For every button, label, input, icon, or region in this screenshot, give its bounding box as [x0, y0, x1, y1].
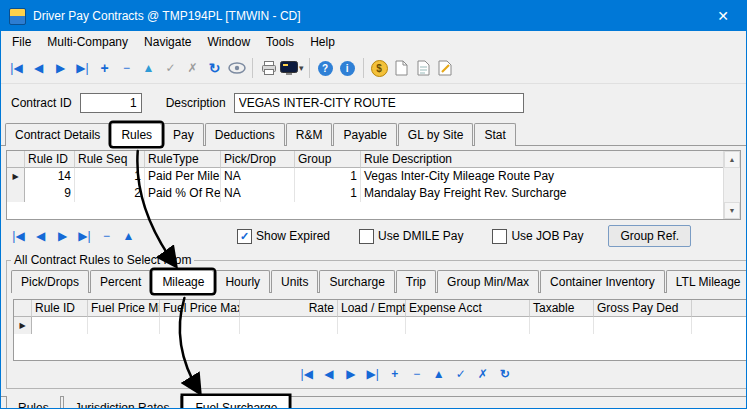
table-row[interactable]: 9 2 Paid % Of Re NA 1 Mandalay Bay Freig…	[7, 185, 724, 202]
select-rules-title: All Contract Rules to Select From	[11, 253, 194, 267]
tab-pick-drops[interactable]: Pick/Drops	[11, 270, 89, 293]
last-record-icon[interactable]: ▶|	[72, 57, 93, 79]
grid-last-button[interactable]: ▶|	[75, 227, 94, 245]
column-header-fuel-price-max[interactable]: Fuel Price Max	[160, 300, 240, 317]
screen-dropdown-icon[interactable]: ▾	[299, 63, 304, 73]
bottom-tab-strip: Rules Jurisdiction Rates Fuel Surcharge	[1, 396, 746, 409]
tab-percent[interactable]: Percent	[90, 270, 151, 293]
column-header-rule-type[interactable]: RuleType	[145, 151, 221, 168]
help-icon[interactable]: ?	[315, 57, 336, 79]
print-icon[interactable]	[258, 57, 279, 79]
menu-file[interactable]: File	[4, 33, 39, 51]
view-icon[interactable]	[226, 57, 247, 79]
edit-icon[interactable]	[435, 57, 456, 79]
select-up-button[interactable]: ▲	[429, 365, 448, 383]
menu-navigate[interactable]: Navigate	[136, 33, 199, 51]
screen-icon[interactable]: ▾	[280, 57, 304, 79]
select-delete-button[interactable]: −	[407, 365, 426, 383]
select-refresh-button[interactable]: ↻	[495, 365, 514, 383]
show-expired-checkbox[interactable]: ✓	[237, 229, 252, 244]
prev-record-icon[interactable]: ◀	[28, 57, 49, 79]
menu-window[interactable]: Window	[199, 33, 258, 51]
group-ref-button[interactable]: Group Ref.	[608, 225, 691, 247]
grid-up-button[interactable]: ▲	[119, 227, 138, 245]
toolbar: |◀ ◀ ▶ ▶| + − ▲ ✓ ✗ ↻ ▾ ? i $	[1, 53, 746, 84]
close-button[interactable]: ✕	[700, 1, 746, 31]
scroll-up-icon[interactable]: ▲	[724, 151, 740, 168]
tab-group-min-max[interactable]: Group Min/Max	[437, 270, 539, 293]
menu-tools[interactable]: Tools	[258, 33, 302, 51]
column-header-rate[interactable]: Rate	[240, 300, 338, 317]
move-up-icon[interactable]: ▲	[138, 57, 159, 79]
menu-help[interactable]: Help	[302, 33, 343, 51]
select-add-button[interactable]: +	[385, 365, 404, 383]
tab-deductions[interactable]: Deductions	[205, 123, 285, 146]
tab-hourly[interactable]: Hourly	[215, 270, 270, 293]
tab-stat[interactable]: Stat	[474, 123, 515, 146]
first-record-icon[interactable]: |◀	[6, 57, 27, 79]
info-icon[interactable]: i	[337, 57, 358, 79]
grid-delete-button[interactable]: −	[97, 227, 116, 245]
tab-rules[interactable]: Rules	[111, 123, 162, 146]
rules-grid-header: Rule ID Rule Seq RuleType Pick/Drop Grou…	[7, 151, 724, 168]
column-header-pick-drop[interactable]: Pick/Drop	[221, 151, 295, 168]
notes-icon[interactable]	[413, 57, 434, 79]
column-header-rule-id[interactable]: Rule ID	[32, 300, 88, 317]
bottom-tab-jurisdiction-rates[interactable]: Jurisdiction Rates	[63, 396, 182, 409]
table-row[interactable]: ▶ 14 1 Paid Per Mile NA 1 Vegas Inter-Ci…	[7, 168, 724, 185]
tab-gl-by-site[interactable]: GL by Site	[398, 123, 474, 146]
tab-units[interactable]: Units	[271, 270, 318, 293]
column-header-load-empt[interactable]: Load / Empt	[338, 300, 406, 317]
contract-id-input[interactable]	[80, 93, 142, 113]
next-record-icon[interactable]: ▶	[50, 57, 71, 79]
select-first-button[interactable]: |◀	[297, 365, 316, 383]
bottom-tab-rules[interactable]: Rules	[6, 396, 61, 409]
row-selector[interactable]: ▶	[7, 168, 25, 185]
tab-container-inventory[interactable]: Container Inventory	[540, 270, 665, 293]
title-bar[interactable]: Driver Pay Contracts @ TMP194PL [TMWIN -…	[1, 1, 746, 31]
use-dmile-pay-checkbox[interactable]	[359, 229, 374, 244]
tab-contract-details[interactable]: Contract Details	[5, 123, 110, 146]
tab-pay[interactable]: Pay	[163, 123, 204, 146]
column-header-rule-seq[interactable]: Rule Seq	[75, 151, 145, 168]
description-input[interactable]	[234, 93, 524, 113]
pay-icon[interactable]: $	[369, 57, 390, 79]
select-cancel-button[interactable]: ✗	[473, 365, 492, 383]
row-selector[interactable]	[7, 185, 25, 202]
grid-first-button[interactable]: |◀	[9, 227, 28, 245]
cancel-icon[interactable]: ✗	[182, 57, 203, 79]
grid-prev-button[interactable]: ◀	[31, 227, 50, 245]
column-header-fuel-price-min[interactable]: Fuel Price Min	[88, 300, 160, 317]
column-header-taxable[interactable]: Taxable	[530, 300, 594, 317]
grid-next-button[interactable]: ▶	[53, 227, 72, 245]
select-next-button[interactable]: ▶	[341, 365, 360, 383]
use-job-pay-checkbox[interactable]	[492, 229, 507, 244]
tab-ltl-mileage[interactable]: LTL Mileage	[666, 270, 747, 293]
column-header-expense-acct[interactable]: Expense Acct	[406, 300, 530, 317]
main-tab-strip: Contract Details Rules Pay Deductions R&…	[1, 120, 746, 146]
tab-rm[interactable]: R&M	[286, 123, 333, 146]
column-header-rule-id[interactable]: Rule ID	[25, 151, 75, 168]
tab-payable[interactable]: Payable	[333, 123, 396, 146]
bottom-tab-fuel-surcharge[interactable]: Fuel Surcharge	[183, 396, 289, 409]
delete-record-icon[interactable]: −	[116, 57, 137, 79]
column-header-rule-description[interactable]: Rule Description	[361, 151, 724, 168]
vertical-scrollbar[interactable]: ▲ ▼	[723, 151, 740, 219]
select-save-button[interactable]: ✓	[451, 365, 470, 383]
tab-trip[interactable]: Trip	[396, 270, 436, 293]
row-selector[interactable]: ▶	[14, 317, 32, 334]
help-glyph: ?	[318, 61, 333, 76]
select-last-button[interactable]: ▶|	[363, 365, 382, 383]
tab-mileage[interactable]: Mileage	[152, 270, 214, 293]
refresh-icon[interactable]: ↻	[204, 57, 225, 79]
menu-multi-company[interactable]: Multi-Company	[39, 33, 136, 51]
scroll-down-icon[interactable]: ▼	[724, 202, 740, 219]
select-prev-button[interactable]: ◀	[319, 365, 338, 383]
column-header-gross-pay-ded[interactable]: Gross Pay Ded	[594, 300, 692, 317]
tab-surcharge[interactable]: Surcharge	[319, 270, 394, 293]
table-row[interactable]: ▶	[14, 317, 747, 334]
save-icon[interactable]: ✓	[160, 57, 181, 79]
document-icon[interactable]	[391, 57, 412, 79]
column-header-group[interactable]: Group	[295, 151, 361, 168]
add-record-icon[interactable]: +	[94, 57, 115, 79]
